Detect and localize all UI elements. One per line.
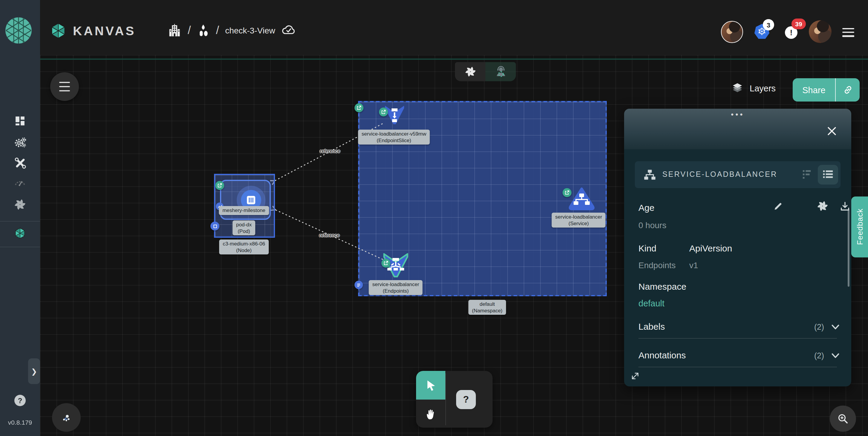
pan-mode-button[interactable] xyxy=(416,400,445,428)
list-view-icon xyxy=(823,169,833,180)
zoom-in-button[interactable] xyxy=(830,406,856,432)
sidebar-divider-2 xyxy=(0,247,40,247)
endpointslice-status-badge xyxy=(379,107,388,116)
app-version: v0.8.179 xyxy=(0,419,40,426)
alerts-count-badge: 39 xyxy=(792,19,806,29)
layers-label: Layers xyxy=(750,83,776,93)
pod-status-badge xyxy=(215,181,224,190)
collaborator-avatar[interactable] xyxy=(721,21,743,43)
app-header: KANVAS / xyxy=(0,0,868,55)
canvas-top-accent xyxy=(40,59,868,60)
panel-divider-2 xyxy=(639,367,837,367)
annotations-label: Annotations xyxy=(639,350,686,360)
brand[interactable]: KANVAS xyxy=(50,23,136,39)
meshery-swirl-icon xyxy=(464,66,476,78)
help-icon: ? xyxy=(18,396,23,405)
namespace-status-badge xyxy=(354,103,364,112)
canvas-help-button[interactable]: ? xyxy=(456,390,476,409)
layers-icon xyxy=(731,81,744,95)
container-name: meshery-milestone xyxy=(222,207,266,213)
designs-icon[interactable] xyxy=(197,24,210,37)
endpointslice-name: service-loadbalancer-v59mw xyxy=(362,131,426,137)
namespace-meta-badge xyxy=(354,281,363,289)
edit-pencil-icon[interactable] xyxy=(773,201,783,211)
header-menu-button[interactable] xyxy=(842,26,854,39)
dashboard-icon xyxy=(15,116,25,126)
resource-title: SERVICE-LOADBALANCER xyxy=(662,170,777,178)
namespace-label[interactable]: default (Namespace) xyxy=(468,300,506,315)
organization-icon[interactable] xyxy=(167,23,182,37)
panel-close-button[interactable] xyxy=(825,124,838,137)
endpoints-label[interactable]: service-loadbalancer (Endpoints) xyxy=(369,280,423,295)
breadcrumb-separator: / xyxy=(188,24,191,37)
namespace-value-link[interactable]: default xyxy=(639,299,664,308)
panel-resize-icon[interactable] xyxy=(631,371,640,380)
labels-chevron-down-icon[interactable] xyxy=(831,323,840,332)
share-button[interactable]: Share xyxy=(793,78,860,102)
gauge-icon xyxy=(14,177,26,186)
layer5-logo-icon xyxy=(5,17,32,44)
container-label[interactable]: meshery-milestone xyxy=(219,206,269,215)
breadcrumb-view-name[interactable]: check-3-View xyxy=(225,25,275,35)
details-panel: ••• SERVICE-LOADBALANCER xyxy=(624,109,851,387)
app-logo-cell[interactable] xyxy=(0,0,40,55)
edge-label-reference-2: reference xyxy=(319,233,340,238)
sidebar-item-extensions[interactable] xyxy=(0,198,40,211)
tools-icon xyxy=(14,157,26,169)
node-graph-icon xyxy=(60,411,72,424)
panel-scrollbar[interactable] xyxy=(848,209,849,287)
chevron-right-icon: ❯ xyxy=(31,367,37,375)
list-view-toggle[interactable] xyxy=(818,165,838,185)
outline-view-icon[interactable] xyxy=(802,170,812,180)
endpointslice-node[interactable] xyxy=(384,105,405,127)
meshery-actions-icon[interactable] xyxy=(816,200,829,212)
cloud-saved-icon xyxy=(281,23,296,38)
service-label[interactable]: service-loadbalancer (Service) xyxy=(552,213,606,228)
mode-toolbar: ? xyxy=(416,371,493,428)
collaboration-toolbar xyxy=(455,62,516,81)
brand-wordmark: KANVAS xyxy=(73,24,136,38)
layers-control[interactable]: Layers xyxy=(731,81,776,95)
canvas-menu-button[interactable] xyxy=(50,72,79,101)
sidebar-item-lifecycle[interactable] xyxy=(0,136,40,149)
namespace-kind: (Namespace) xyxy=(472,307,502,313)
endpointslice-label[interactable]: service-loadbalancer-v59mw (EndpointSlic… xyxy=(358,130,430,145)
sidebar-item-dashboard[interactable] xyxy=(0,116,40,126)
meshery-presence-button[interactable] xyxy=(455,62,486,81)
namespace-name: default xyxy=(472,301,502,307)
annotations-count: (2) xyxy=(814,351,824,360)
feedback-tab[interactable]: Feedback xyxy=(851,197,868,258)
endpoints-name: service-loadbalancer xyxy=(372,281,420,288)
sidebar-item-configuration[interactable] xyxy=(0,157,40,169)
kubernetes-context[interactable]: 3 xyxy=(754,24,769,39)
share-label: Share xyxy=(793,85,835,95)
kind-label: Kind xyxy=(639,243,656,253)
annotations-chevron-down-icon[interactable] xyxy=(831,351,840,360)
sidebar-item-kanvas[interactable] xyxy=(0,228,40,239)
canvas[interactable]: Layers Share xyxy=(40,55,868,436)
sidebar-item-performance[interactable] xyxy=(0,177,40,186)
panel-drag-header[interactable]: ••• xyxy=(624,109,851,149)
service-status-badge xyxy=(562,188,571,197)
graph-layout-button[interactable] xyxy=(52,403,81,432)
drag-handle-icon[interactable]: ••• xyxy=(624,110,851,119)
panel-divider xyxy=(639,338,837,339)
user-avatar[interactable] xyxy=(809,20,832,43)
feedback-label: Feedback xyxy=(855,209,864,245)
help-button[interactable]: ? xyxy=(14,395,26,406)
service-node[interactable] xyxy=(568,187,595,211)
alerts-button[interactable]: ! 39 xyxy=(785,26,798,39)
service-name: service-loadbalancer xyxy=(555,214,602,220)
sidebar-expand-button[interactable]: ❯ xyxy=(28,358,40,384)
support-agent-button[interactable] xyxy=(486,62,516,81)
copy-link-button[interactable] xyxy=(836,84,860,96)
endpointslice-kind: (EndpointSlice) xyxy=(362,137,426,143)
endpoints-kind: (Endpoints) xyxy=(372,288,420,294)
node-name: c3-medium-x86-06 xyxy=(223,241,265,247)
node-label[interactable]: c3-medium-x86-06 (Node) xyxy=(219,239,269,255)
breadcrumb: / / check-3-View xyxy=(167,23,296,38)
gear-icon xyxy=(14,136,26,149)
pod-label[interactable]: pod-dx (Pod) xyxy=(232,221,255,236)
select-mode-button[interactable] xyxy=(416,371,445,400)
kanvas-app: KANVAS / xyxy=(0,0,868,436)
